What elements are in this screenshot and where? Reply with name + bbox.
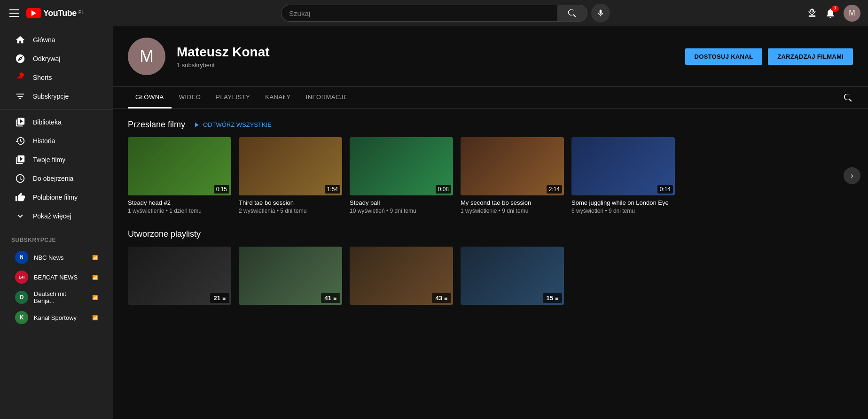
channel-subscribers: 1 subskrybent — [177, 62, 674, 69]
shorts-label: Shorts — [33, 74, 52, 81]
nbc-notif-icon: 📶 — [92, 255, 98, 260]
tab-home[interactable]: GŁÓWNA — [128, 87, 172, 109]
upload-icon — [807, 8, 817, 18]
channel-info: Mateusz Konat 1 subskrybent — [177, 45, 674, 69]
playlist-card-3[interactable]: 43 ≡ — [350, 247, 453, 305]
search-input[interactable] — [281, 5, 557, 22]
channel-search-icon — [844, 93, 853, 102]
playlist-count-4: 15 ≡ — [543, 293, 562, 303]
video-grid: 0:15 Steady head #2 1 wyświetlenie • 1 d… — [128, 137, 853, 214]
video-title-5: Some juggling while on London Eye — [571, 199, 675, 206]
belcat-notif-icon: 📶 — [92, 275, 98, 280]
notification-badge: 7 — [831, 6, 839, 12]
mic-button[interactable] — [591, 4, 610, 23]
video-thumb-1: 0:15 — [128, 137, 231, 195]
playlist-count-3: 43 ≡ — [432, 293, 451, 303]
uploaded-section-title: Przesłane filmy — [128, 120, 185, 130]
belcat-avatar: БЛ — [15, 271, 28, 284]
playlist-icon-4: ≡ — [555, 295, 558, 302]
playlist-count-2: 41 ≡ — [321, 293, 340, 303]
customize-channel-button[interactable]: DOSTOSUJ KANAŁ — [685, 48, 763, 65]
video-card-4[interactable]: 2:14 My second tae bo session 1 wyświetl… — [461, 137, 564, 214]
tab-playlists[interactable]: PLAYLISTY — [208, 87, 258, 109]
channel-name: Mateusz Konat — [177, 45, 674, 60]
section-header-uploaded: Przesłane filmy ODTWÓRZ WSZYSTKIE — [128, 120, 853, 130]
video-duration-2: 1:54 — [325, 185, 340, 194]
sub-item-nbc[interactable]: N NBC News 📶 — [4, 248, 109, 267]
playlist-card-2[interactable]: 41 ≡ — [239, 247, 342, 305]
home-label: Główna — [33, 36, 55, 44]
deutsch-label: Deutsch mit Benja... — [34, 290, 86, 304]
notifications-button[interactable]: 7 — [825, 8, 836, 19]
library-label: Biblioteka — [33, 118, 62, 126]
channel-buttons: DOSTOSUJ KANAŁ ZARZĄDZAJ FILMAMI — [685, 48, 853, 65]
sidebar-item-explore[interactable]: Odkrywaj — [4, 50, 109, 68]
next-videos-arrow[interactable]: › — [844, 167, 860, 184]
sub-item-kanal[interactable]: K Kanał Sportowy 📶 — [4, 308, 109, 327]
video-meta-3: 10 wyświetleń • 9 dni temu — [350, 208, 453, 214]
sidebar-item-subscriptions[interactable]: Subskrypcje — [4, 87, 109, 105]
sidebar-item-show-more[interactable]: Pokaż więcej — [4, 207, 109, 225]
hamburger-menu[interactable] — [8, 8, 21, 19]
sidebar-item-watch-later[interactable]: Do obejrzenia — [4, 170, 109, 187]
manage-videos-button[interactable]: ZARZĄDZAJ FILMAMI — [768, 48, 853, 65]
video-card-3[interactable]: 0:08 Steady ball 10 wyświetleń • 9 dni t… — [350, 137, 453, 214]
history-icon — [15, 136, 25, 146]
youtube-logo[interactable]: YouTube PL — [26, 8, 84, 18]
channel-search-button[interactable] — [844, 87, 853, 108]
upload-button[interactable] — [807, 8, 817, 18]
playlist-icon-1: ≡ — [222, 295, 226, 302]
video-duration-4: 2:14 — [547, 185, 562, 194]
sidebar-item-home[interactable]: Główna — [4, 31, 109, 49]
watch-later-label: Do obejrzenia — [33, 175, 73, 182]
kanal-notif-icon: 📶 — [92, 315, 98, 320]
video-meta-2: 2 wyświetlenia • 5 dni temu — [239, 208, 342, 214]
tab-channels[interactable]: KANAŁY — [258, 87, 298, 109]
tab-info[interactable]: INFORMACJE — [298, 87, 356, 109]
playlist-card-1[interactable]: 21 ≡ — [128, 247, 231, 305]
video-thumb-5: 0:14 — [571, 137, 675, 195]
kanal-label: Kanał Sportowy — [34, 314, 86, 321]
chevron-down-icon — [15, 211, 25, 221]
playlists-section: Utworzone playlisty 21 ≡ — [128, 229, 853, 305]
video-card-5[interactable]: 0:14 Some juggling while on London Eye 6… — [571, 137, 675, 214]
search-bar — [281, 5, 587, 22]
user-avatar-button[interactable]: M — [844, 5, 860, 22]
subscriptions-icon — [15, 91, 25, 101]
video-duration-1: 0:15 — [214, 185, 229, 194]
mic-icon — [596, 9, 605, 17]
video-meta-5: 6 wyświetleń • 9 dni temu — [571, 208, 675, 214]
sidebar-item-history[interactable]: Historia — [4, 132, 109, 150]
video-card-1[interactable]: 0:15 Steady head #2 1 wyświetlenie • 1 d… — [128, 137, 231, 214]
play-all-button[interactable]: ODTWÓRZ WSZYSTKIE — [193, 121, 272, 129]
sidebar-item-library[interactable]: Biblioteka — [4, 113, 109, 131]
sub-item-deutsch[interactable]: D Deutsch mit Benja... 📶 — [4, 287, 109, 307]
sidebar-item-shorts[interactable]: Shorts — [4, 69, 109, 86]
sidebar-divider-1 — [0, 109, 113, 109]
sidebar-item-liked[interactable]: Polubione filmy — [4, 188, 109, 206]
belcat-label: БЕЛCAT NEWS — [34, 274, 86, 281]
playlists-section-title: Utworzone playlisty — [128, 229, 201, 239]
explore-label: Odkrywaj — [33, 55, 60, 62]
channel-tabs: GŁÓWNA WIDEO PLAYLISTY KANAŁY INFORMACJE — [113, 87, 868, 109]
deutsch-avatar: D — [15, 291, 28, 304]
playlist-thumb-4: 15 ≡ — [461, 247, 564, 305]
play-all-label: ODTWÓRZ WSZYSTKIE — [203, 121, 272, 128]
sidebar: Główna Odkrywaj Shorts Subskrypcje Bi — [0, 26, 113, 419]
show-more-label: Pokaż więcej — [33, 212, 71, 220]
your-videos-label: Twoje filmy — [33, 156, 65, 163]
kanal-avatar: K — [15, 311, 28, 324]
sub-item-belcat[interactable]: БЛ БЕЛCAT NEWS 📶 — [4, 268, 109, 287]
video-card-2[interactable]: 1:54 Third tae bo session 2 wyświetlenia… — [239, 137, 342, 214]
nbc-label: NBC News — [34, 254, 86, 261]
video-thumb-3: 0:08 — [350, 137, 453, 195]
tab-videos[interactable]: WIDEO — [172, 87, 209, 109]
video-duration-3: 0:08 — [436, 185, 451, 194]
search-button[interactable] — [557, 5, 587, 22]
home-icon — [15, 35, 25, 45]
video-thumb-2: 1:54 — [239, 137, 342, 195]
playlist-card-4[interactable]: 15 ≡ — [461, 247, 564, 305]
sidebar-item-your-videos[interactable]: Twoje filmy — [4, 151, 109, 169]
subscriptions-section-label: SUBSKRYPCJE — [0, 233, 113, 247]
video-meta-4: 1 wyświetlenie • 9 dni temu — [461, 208, 564, 214]
